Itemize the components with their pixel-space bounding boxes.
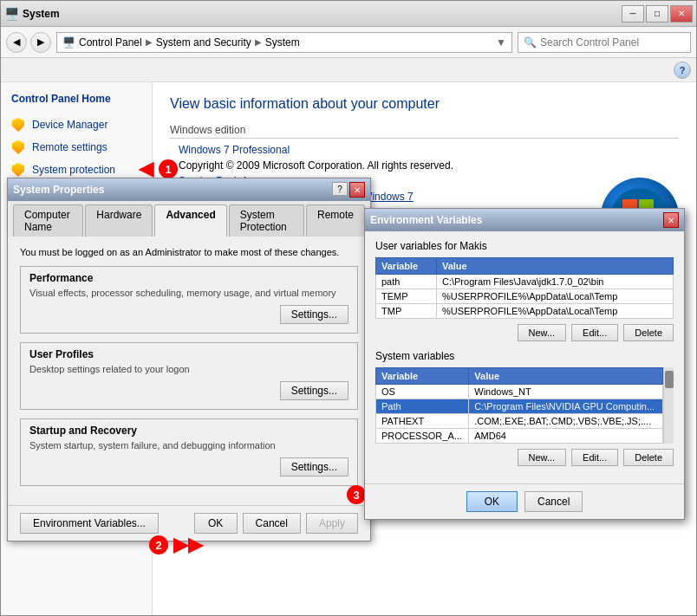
startup-title: Startup and Recovery xyxy=(29,425,348,437)
userprofiles-title: User Profiles xyxy=(29,348,348,360)
tab-advanced[interactable]: Advanced xyxy=(154,204,226,237)
path-part-2: System and Security xyxy=(156,36,251,49)
performance-desc: Visual effects, processor scheduling, me… xyxy=(29,288,348,298)
userprofiles-desc: Desktop settings related to your logon xyxy=(29,364,348,374)
sys-vars-table: Variable Value OS Windows_NT Path C:\Pro… xyxy=(375,367,663,444)
search-box[interactable]: 🔍 xyxy=(518,32,691,53)
title-bar-left: 🖥️ System xyxy=(4,7,60,21)
sys-var-row-pathext[interactable]: PATHEXT .COM;.EXE;.BAT;.CMD;.VBS;.VBE;.J… xyxy=(376,414,663,429)
path-part-3: System xyxy=(265,36,300,49)
sysprop-content: You must be logged on as an Administrato… xyxy=(8,237,370,505)
admin-note: You must be logged on as an Administrato… xyxy=(20,247,358,257)
breadcrumb-arrow-1: ▶ xyxy=(146,37,153,47)
sysprop-help-btn[interactable]: ? xyxy=(332,182,348,196)
annotation-circle-3: 3 xyxy=(347,485,366,504)
annotation-circle-2: 2 xyxy=(149,535,168,554)
user-var-path-name: path xyxy=(376,275,437,289)
maximize-button[interactable]: □ xyxy=(646,5,668,23)
tab-hardware[interactable]: Hardware xyxy=(85,204,153,237)
nav-buttons: ◀ ▶ xyxy=(6,32,51,53)
sys-edit-btn[interactable]: Edit... xyxy=(571,449,618,466)
sysprop-ok-btn[interactable]: OK xyxy=(194,513,238,534)
sys-delete-btn[interactable]: Delete xyxy=(623,449,674,466)
sys-var-os-name: OS xyxy=(376,385,469,399)
user-var-path-value: C:\Program Files\Java\jdk1.7.0_02\bin xyxy=(436,275,673,289)
annotation-circle-1: 1 xyxy=(159,159,178,178)
breadcrumb-arrow-2: ▶ xyxy=(255,37,262,47)
dropdown-arrow[interactable]: ▼ xyxy=(496,36,506,49)
close-button[interactable]: ✕ xyxy=(670,5,693,23)
sysprop-ok-cancel: OK Cancel Apply xyxy=(194,513,358,534)
user-var-row-temp[interactable]: TEMP %USERPROFILE%\AppData\Local\Temp xyxy=(376,289,674,304)
sys-new-btn[interactable]: New... xyxy=(518,449,567,466)
user-var-buttons: New... Edit... Delete xyxy=(375,324,674,341)
sys-table-scrollbar[interactable] xyxy=(663,367,674,444)
user-var-row-path[interactable]: path C:\Program Files\Java\jdk1.7.0_02\b… xyxy=(376,275,674,289)
user-edit-btn[interactable]: Edit... xyxy=(571,324,618,341)
tab-system-protection[interactable]: System Protection xyxy=(229,204,304,237)
address-path[interactable]: 🖥️ Control Panel ▶ System and Security ▶… xyxy=(56,32,512,53)
edition-value: Windows 7 Professional xyxy=(179,144,679,156)
envvar-title-bar: Environment Variables ✕ xyxy=(365,209,684,231)
startup-desc: System startup, system failure, and debu… xyxy=(29,440,348,451)
tab-remote[interactable]: Remote xyxy=(306,204,365,237)
performance-title: Performance xyxy=(29,272,348,284)
sys-val-col-header: Value xyxy=(469,368,663,385)
sys-var-row-processor[interactable]: PROCESSOR_A... AMD64 xyxy=(376,429,663,444)
search-input[interactable] xyxy=(540,36,685,49)
path-icon: 🖥️ xyxy=(62,36,75,49)
sys-var-path-value: C:\Program Files\NVIDIA GPU Computin... xyxy=(469,399,663,414)
shield-icon-1 xyxy=(11,118,25,132)
sysprop-apply-btn[interactable]: Apply xyxy=(306,513,358,534)
sidebar-item-remote[interactable]: Remote settings xyxy=(1,136,152,159)
user-var-tmp-value: %USERPROFILE%\AppData\Local\Temp xyxy=(436,304,673,319)
content-title: View basic information about your comput… xyxy=(170,96,679,112)
toolbar: ? xyxy=(1,58,696,82)
forward-button[interactable]: ▶ xyxy=(30,32,51,53)
env-variables-btn[interactable]: Environment Variables... xyxy=(20,513,159,534)
help-button[interactable]: ? xyxy=(674,62,691,79)
path-part-1: Control Panel xyxy=(79,36,142,49)
user-new-btn[interactable]: New... xyxy=(518,324,567,341)
annotation-arrow-2: ▶▶ xyxy=(173,534,203,556)
performance-settings-btn[interactable]: Settings... xyxy=(280,305,348,324)
sys-vars-title: System variables xyxy=(375,350,674,362)
userprofiles-group: User Profiles Desktop settings related t… xyxy=(20,342,358,410)
envvar-footer: OK Cancel xyxy=(365,483,684,519)
sysprop-title-buttons: ? ✕ xyxy=(332,182,365,198)
userprofiles-settings-btn[interactable]: Settings... xyxy=(280,381,348,400)
user-val-col-header: Value xyxy=(436,258,673,275)
user-var-row-tmp[interactable]: TMP %USERPROFILE%\AppData\Local\Temp xyxy=(376,304,674,319)
user-var-tmp-name: TMP xyxy=(376,304,437,319)
tab-computer-name[interactable]: Computer Name xyxy=(13,204,83,237)
performance-group: Performance Visual effects, processor sc… xyxy=(20,266,358,334)
user-vars-table-container: Variable Value path C:\Program Files\Jav… xyxy=(375,257,674,324)
title-bar-buttons: ─ □ ✕ xyxy=(622,5,693,23)
user-vars-table: Variable Value path C:\Program Files\Jav… xyxy=(375,257,674,319)
sysprop-cancel-btn[interactable]: Cancel xyxy=(243,513,301,534)
envvar-ok-btn[interactable]: OK xyxy=(466,491,518,512)
startup-settings-btn[interactable]: Settings... xyxy=(280,457,348,477)
user-delete-btn[interactable]: Delete xyxy=(623,324,674,341)
search-icon: 🔍 xyxy=(524,36,537,49)
annotation-2: 2 ▶▶ xyxy=(149,534,203,556)
sysprop-close-btn[interactable]: ✕ xyxy=(349,182,365,198)
environment-variables-dialog: Environment Variables ✕ User variables f… xyxy=(364,208,685,520)
envvar-cancel-btn[interactable]: Cancel xyxy=(524,491,583,512)
sysprop-title-bar: System Properties ? ✕ xyxy=(8,178,370,201)
sidebar-label-device-manager: Device Manager xyxy=(32,119,107,131)
sysprop-tabs: Computer Name Hardware Advanced System P… xyxy=(8,201,370,237)
envvar-close-btn[interactable]: ✕ xyxy=(663,212,679,228)
shield-icon-3 xyxy=(11,163,25,177)
user-var-temp-name: TEMP xyxy=(376,289,437,304)
sys-var-row-path[interactable]: Path C:\Program Files\NVIDIA GPU Computi… xyxy=(376,399,663,414)
sidebar-item-device-manager[interactable]: Device Manager xyxy=(1,113,152,136)
sidebar-label-remote: Remote settings xyxy=(32,141,107,153)
windows-edition-label: Windows edition xyxy=(170,124,679,139)
sys-var-path-name: Path xyxy=(376,399,469,414)
minimize-button[interactable]: ─ xyxy=(622,5,644,23)
system-properties-dialog: System Properties ? ✕ Computer Name Hard… xyxy=(7,178,371,541)
sys-var-buttons: New... Edit... Delete xyxy=(375,449,674,466)
back-button[interactable]: ◀ xyxy=(6,32,27,53)
sys-var-row-os[interactable]: OS Windows_NT xyxy=(376,385,663,399)
